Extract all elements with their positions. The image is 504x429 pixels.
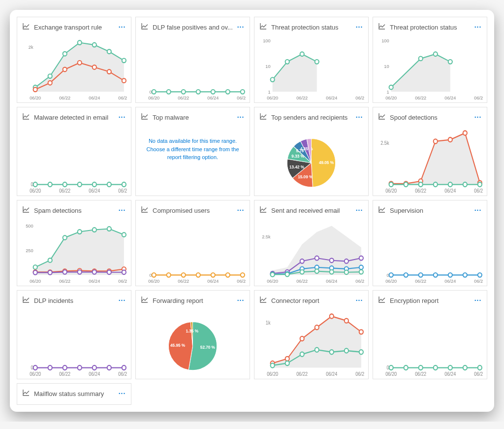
line-chart-icon [22, 296, 30, 305]
report-card-dlp-false-positives[interactable]: DLP false positives and ov...···006/2006… [135, 17, 250, 103]
svg-point-48 [448, 60, 452, 64]
svg-point-192 [300, 352, 304, 357]
more-options-icon[interactable]: ··· [118, 206, 126, 214]
svg-text:06/24: 06/24 [444, 278, 456, 283]
svg-point-185 [300, 336, 304, 341]
more-options-icon[interactable]: ··· [237, 297, 245, 304]
chart-svg: 006/2006/2206/2406/26 [21, 310, 127, 378]
report-card-threat-protection-1[interactable]: Threat protection status···11010006/2006… [254, 17, 369, 103]
card-header: Spoof detections··· [373, 107, 487, 125]
report-card-forwarding-report[interactable]: Forwarding report···52.70 %45.95 %1.35 % [135, 290, 250, 379]
chart-svg: 2.5k06/2006/2206/2406/26 [258, 220, 364, 285]
card-title: Compromised users [153, 207, 233, 214]
svg-point-194 [330, 350, 334, 354]
card-header: Forwarding report··· [136, 291, 250, 308]
svg-point-157 [404, 273, 408, 277]
more-options-icon[interactable]: ··· [355, 206, 363, 214]
svg-point-187 [330, 314, 334, 319]
svg-point-120 [182, 273, 186, 277]
chart-svg: 2k06/2006/2206/2406/26 [21, 37, 127, 101]
more-options-icon[interactable]: ··· [474, 297, 482, 304]
report-card-threat-protection-2[interactable]: Threat protection status···11010006/2006… [373, 17, 487, 103]
more-options-icon[interactable]: ··· [118, 297, 126, 304]
more-options-icon[interactable]: ··· [355, 113, 363, 121]
report-card-sent-received[interactable]: Sent and received email···2.5k06/2006/22… [254, 200, 369, 286]
svg-point-93 [48, 258, 52, 263]
svg-text:06/24: 06/24 [89, 188, 100, 194]
more-options-icon[interactable]: ··· [237, 23, 245, 31]
card-body: 49.05 %15.09 %13.42 %9.33 %5.76 %4.35 % [254, 125, 368, 196]
report-card-top-malware[interactable]: Top malware···No data available for this… [135, 107, 250, 196]
line-chart-icon [378, 205, 386, 215]
card-body: 006/2006/2206/2406/26 [373, 218, 487, 286]
more-options-icon[interactable]: ··· [474, 206, 482, 214]
svg-point-24 [211, 90, 215, 94]
svg-point-9 [48, 81, 52, 85]
svg-point-75 [434, 139, 438, 143]
svg-point-150 [359, 270, 363, 274]
svg-text:06/22: 06/22 [415, 188, 426, 194]
report-card-spoof-detections[interactable]: Spoof detections···2.5k06/2006/2206/2406… [373, 107, 487, 196]
svg-text:06/22: 06/22 [296, 95, 308, 100]
chart-svg: 006/2006/2206/2406/26 [21, 127, 127, 195]
chart-svg: 11010006/2006/2206/2406/26 [377, 37, 483, 101]
more-options-icon[interactable]: ··· [237, 206, 245, 214]
card-header: Compromised users··· [136, 200, 250, 218]
svg-point-145 [285, 272, 289, 277]
svg-text:06/20: 06/20 [385, 188, 397, 194]
svg-point-3 [63, 52, 67, 56]
svg-point-156 [389, 273, 393, 277]
more-options-icon[interactable]: ··· [237, 113, 245, 121]
svg-text:06/24: 06/24 [207, 278, 219, 283]
svg-point-168 [33, 365, 37, 370]
more-options-icon[interactable]: ··· [118, 390, 126, 397]
svg-text:06/24: 06/24 [89, 278, 100, 283]
svg-text:10: 10 [384, 63, 389, 68]
card-title: Top malware [153, 114, 233, 121]
svg-point-109 [78, 270, 82, 274]
svg-text:06/26: 06/26 [237, 95, 246, 100]
svg-point-190 [271, 363, 275, 368]
report-card-mailflow-status[interactable]: Mailflow status summary··· [17, 383, 131, 405]
report-card-malware-detected[interactable]: Malware detected in email···006/2006/220… [17, 107, 131, 196]
svg-text:06/24: 06/24 [444, 188, 456, 194]
svg-point-204 [419, 365, 423, 370]
more-options-icon[interactable]: ··· [355, 297, 363, 304]
report-card-exchange-transport-rule[interactable]: Exchange transport rule···2k06/2006/2206… [17, 17, 131, 103]
card-header: Malware detected in email··· [17, 107, 131, 125]
line-chart-icon [259, 112, 267, 122]
chart-svg: 006/2006/2206/2406/26 [377, 310, 483, 378]
svg-point-162 [478, 273, 482, 277]
report-card-compromised-users[interactable]: Compromised users···006/2006/2206/2406/2… [135, 200, 250, 286]
more-options-icon[interactable]: ··· [118, 113, 126, 121]
card-title: Connector report [271, 297, 351, 304]
card-body: 11010006/2006/2206/2406/26 [373, 35, 487, 102]
report-card-top-senders[interactable]: Top senders and recipients···49.05 %15.0… [254, 107, 369, 196]
more-options-icon[interactable]: ··· [355, 23, 363, 31]
line-chart-icon [259, 296, 267, 305]
card-header: DLP incidents··· [17, 291, 131, 308]
card-title: DLP false positives and ov... [153, 24, 233, 31]
svg-point-188 [345, 319, 348, 323]
report-card-connector-report[interactable]: Connector report···1k06/2006/2206/2406/2… [254, 290, 369, 379]
svg-text:06/22: 06/22 [59, 95, 70, 100]
svg-text:06/26: 06/26 [118, 188, 127, 194]
svg-text:1k: 1k [266, 320, 271, 326]
svg-point-169 [48, 365, 52, 370]
svg-text:06/26: 06/26 [355, 371, 364, 377]
card-header: Exchange transport rule··· [17, 17, 131, 35]
more-options-icon[interactable]: ··· [474, 113, 482, 121]
card-header: Top malware··· [136, 107, 250, 125]
report-card-dlp-incidents[interactable]: DLP incidents···006/2006/2206/2406/26 [17, 290, 131, 379]
report-card-supervision[interactable]: Supervision···006/2006/2206/2406/26 [373, 200, 487, 286]
svg-text:06/22: 06/22 [178, 95, 189, 100]
report-card-spam-detections[interactable]: Spam detections···25050006/2006/2206/240… [17, 200, 131, 286]
card-body: 006/2006/2206/2406/26 [17, 308, 131, 379]
more-options-icon[interactable]: ··· [474, 23, 482, 31]
svg-text:06/20: 06/20 [30, 95, 41, 100]
svg-point-119 [167, 273, 171, 277]
report-card-encryption-report[interactable]: Encryption report···006/2006/2206/2406/2… [373, 290, 487, 379]
svg-point-147 [315, 269, 319, 273]
card-title: Encryption report [390, 297, 470, 304]
more-options-icon[interactable]: ··· [118, 23, 126, 31]
